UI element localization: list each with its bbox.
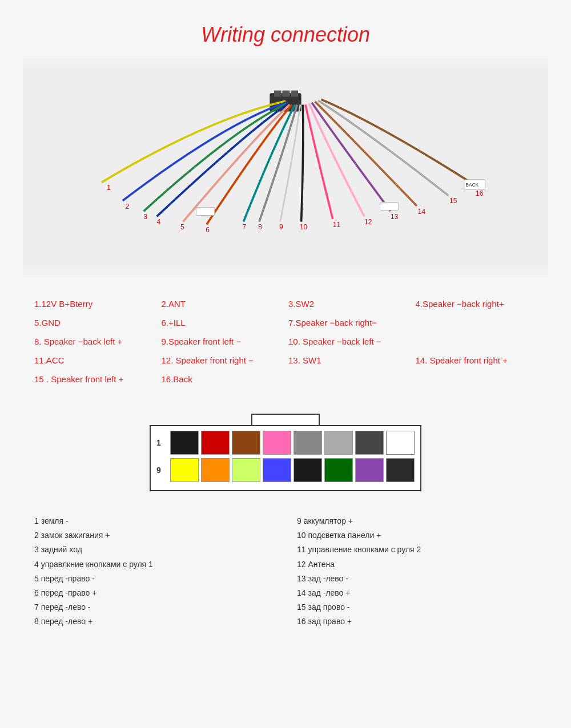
legend-item-13: 13 зад -лево - [297, 572, 537, 586]
connector-top [150, 414, 421, 425]
color-box-1-2 [201, 431, 230, 455]
svg-rect-4 [291, 91, 298, 97]
connector-wrapper: 1 9 [150, 414, 421, 491]
color-box-2-6 [324, 458, 353, 482]
pin-16: 16.Back [162, 373, 283, 385]
legend-item-15: 15 зад прово - [297, 600, 537, 614]
color-box-2-4 [263, 458, 291, 482]
legend-item-11: 11 управление кнопками с руля 2 [297, 543, 537, 557]
svg-text:3: 3 [144, 213, 148, 221]
svg-text:15: 15 [449, 197, 457, 205]
legend-right: 9 аккумлятор + 10 подсветка панели + 11 … [297, 514, 537, 629]
legend-item-8: 8 перед -лево + [34, 614, 274, 629]
color-box-1-3 [232, 431, 260, 455]
pin-5: 5.GND [34, 317, 156, 329]
svg-text:9: 9 [279, 223, 283, 231]
legend-item-6: 6 перед -право + [34, 586, 274, 600]
pin-8: 8. Speaker −back left + [34, 335, 156, 347]
pin-2: 2.ANT [162, 298, 283, 310]
svg-rect-23 [196, 208, 215, 216]
color-box-1-6 [324, 431, 353, 455]
row2-label: 9 [156, 466, 168, 475]
color-box-1-5 [293, 431, 322, 455]
svg-text:7: 7 [243, 223, 247, 231]
row1-label: 1 [156, 438, 168, 447]
connector-row-1: 1 [156, 431, 415, 455]
pin-9: 9.Speaker front left − [162, 335, 283, 347]
legend-item-16: 16 зад право + [297, 614, 537, 629]
color-box-1-4 [263, 431, 291, 455]
color-box-2-7 [355, 458, 384, 482]
svg-text:11: 11 [333, 221, 341, 229]
legend-item-2: 2 замок зажигания + [34, 528, 274, 543]
svg-text:4: 4 [157, 218, 161, 226]
legend-item-10: 10 подсветка панели + [297, 528, 537, 543]
pin-grid: 1.12V B+Bterry 2.ANT 3.SW2 4.Speaker −ba… [34, 298, 537, 385]
color-box-2-3 [232, 458, 260, 482]
svg-text:1: 1 [107, 184, 111, 192]
svg-text:12: 12 [364, 218, 372, 226]
legend-item-12: 12 Антена [297, 557, 537, 572]
pin-6: 6.+ILL [162, 317, 283, 329]
page-container: Writing connection 1 2 3 4 [0, 0, 571, 652]
svg-text:5: 5 [180, 223, 184, 231]
legend-item-14: 14 зад -лево + [297, 586, 537, 600]
pin-13: 13. SW1 [288, 354, 410, 366]
color-box-2-1 [170, 458, 199, 482]
color-box-1-7 [355, 431, 384, 455]
color-box-2-2 [201, 458, 230, 482]
pin-14: 14. Speaker front right + [416, 354, 537, 366]
svg-rect-2 [274, 91, 282, 97]
legend-item-5: 5 перед -право - [34, 572, 274, 586]
pin-10: 10. Speaker −back left − [288, 335, 537, 347]
connector-tab [251, 414, 320, 425]
wire-diagram: 1 2 3 4 5 6 7 8 9 [23, 58, 548, 275]
svg-text:8: 8 [258, 223, 262, 231]
pin-4: 4.Speaker −back right+ [416, 298, 537, 310]
svg-text:14: 14 [418, 208, 426, 216]
legend-item-3: 3 задний ход [34, 543, 274, 557]
svg-text:13: 13 [391, 213, 399, 221]
pin-11: 11.ACC [34, 354, 156, 366]
pin-labels: 1.12V B+Bterry 2.ANT 3.SW2 4.Speaker −ba… [23, 292, 548, 397]
color-box-2-8 [386, 458, 415, 482]
legend-item-4: 4 управлкние кнопками с руля 1 [34, 557, 274, 572]
connector-section: 1 9 [23, 408, 548, 497]
color-box-2-5 [293, 458, 322, 482]
color-box-1-8 [386, 431, 415, 455]
svg-text:10: 10 [300, 223, 308, 231]
pin-7: 7.Speaker −back right− [288, 317, 537, 329]
svg-rect-3 [282, 91, 289, 97]
connector-row-2: 9 [156, 458, 415, 482]
legend-section: 1 земля - 2 замок зажигания + 3 задний х… [23, 508, 548, 635]
svg-text:16: 16 [476, 189, 484, 197]
page-title: Writing connection [23, 17, 548, 47]
svg-text:2: 2 [125, 203, 129, 211]
legend-item-9: 9 аккумлятор + [297, 514, 537, 528]
legend-left: 1 земля - 2 замок зажигания + 3 задний х… [34, 514, 274, 629]
svg-rect-24 [380, 203, 399, 211]
connector-body: 1 9 [150, 425, 421, 491]
pin-15: 15 . Speaker front left + [34, 373, 156, 385]
legend-item-7: 7 перед -лево - [34, 600, 274, 614]
color-box-1-1 [170, 431, 199, 455]
pin-12: 12. Speaker front right − [162, 354, 283, 366]
pin-1: 1.12V B+Bterry [34, 298, 156, 310]
svg-text:6: 6 [206, 226, 210, 234]
svg-text:BACK: BACK [466, 183, 479, 188]
pin-3: 3.SW2 [288, 298, 410, 310]
legend-item-1: 1 земля - [34, 514, 274, 528]
